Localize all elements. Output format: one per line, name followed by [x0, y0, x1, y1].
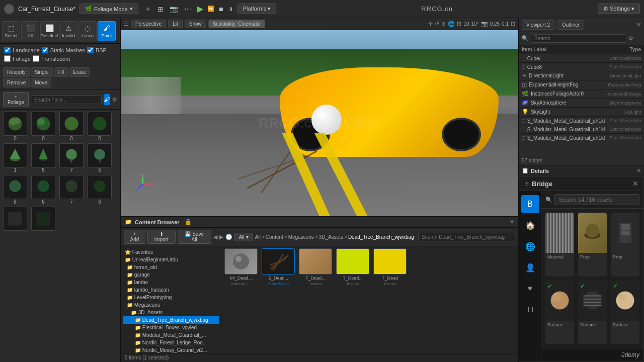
maximize-icon[interactable]: ⊡: [511, 21, 515, 27]
all-tool-button[interactable]: ⬛ All: [21, 21, 39, 41]
translucent-checkbox[interactable]: [33, 55, 39, 62]
fill-button[interactable]: Fill: [54, 67, 68, 77]
breadcrumb-3d-assets[interactable]: 3D_Assets: [319, 234, 343, 240]
pause-button[interactable]: ⏸: [228, 6, 233, 12]
add-foliage-button[interactable]: + Foliage: [3, 92, 29, 107]
ol-item-guardrail2[interactable]: □ S_Modular_Metal_Guardrail_uh1kl Static…: [519, 125, 644, 134]
ol-item-guardrail1[interactable]: □ S_Modular_Metal_Guardrail_uh1kl Static…: [519, 117, 644, 125]
tree-lambo[interactable]: 📁 lambo: [123, 279, 219, 286]
remove-button[interactable]: Remove: [3, 78, 30, 87]
invalid-tool-button[interactable]: ⚠ Invalid: [59, 21, 77, 41]
bridge-home-icon[interactable]: B: [521, 195, 539, 213]
breadcrumb-dead-tree[interactable]: Dead_Tree_Branch_wjwxbag: [348, 234, 414, 240]
scale-gizmo-icon[interactable]: ⊕: [441, 21, 446, 27]
tree-lambo-huracan[interactable]: 📁 lambo_huracan: [123, 286, 219, 294]
ol-item-guardrail3[interactable]: □ S_Modular_Metal_Guardrail_uh1kl Static…: [519, 134, 644, 142]
grid-icon[interactable]: ⊞: [155, 4, 166, 14]
outliner-filter-icon[interactable]: ⚙: [628, 35, 633, 42]
foliage-item[interactable]: [30, 207, 56, 231]
tree-unreal-beginner[interactable]: 📁 UnrealBeginnerUrdu: [123, 256, 219, 263]
bridge-asset-6[interactable]: ✓ Surface: [611, 281, 639, 344]
tree-3d-assets[interactable]: 📁 3D_Assets: [123, 309, 219, 316]
cb-history-fwd-icon[interactable]: ▶: [219, 234, 223, 240]
outliner-search-input[interactable]: [531, 34, 626, 43]
foliage-item[interactable]: 0: [87, 112, 113, 141]
foliage-item[interactable]: 7: [58, 143, 85, 173]
translucent-check[interactable]: Translucent: [33, 55, 70, 62]
tree-electrical[interactable]: 📁 Electrical_Boxes_vgyied...: [123, 324, 219, 331]
bridge-asset-2[interactable]: Prop: [578, 213, 607, 277]
ol-item-cube[interactable]: □ Cube/ StaticMeshActo: [519, 54, 644, 63]
cb-history-icon[interactable]: 🕐: [225, 234, 232, 240]
bridge-asset-5[interactable]: ✓ Surface: [578, 281, 607, 344]
tree-garage[interactable]: 📁 garage: [123, 271, 219, 279]
move-gizmo-icon[interactable]: ✛: [428, 21, 433, 27]
foliage-item[interactable]: 7: [58, 175, 85, 205]
tree-dead-tree[interactable]: 📁 Dead_Tree_Branch_wjwxbag: [123, 316, 219, 324]
breadcrumb-megascans[interactable]: Megascans: [288, 234, 314, 240]
perspective-menu-icon[interactable]: ☰: [124, 21, 129, 27]
camera-icon2[interactable]: 📷: [481, 21, 488, 27]
grid-snap-icon[interactable]: ⊞: [457, 21, 461, 27]
static-meshes-check[interactable]: Static Meshes: [42, 47, 85, 53]
landscape-check[interactable]: Landscape: [4, 47, 40, 53]
bridge-close-button[interactable]: ✕: [632, 179, 638, 188]
reapply-button[interactable]: Reapply: [3, 67, 30, 77]
foliage-brush-button[interactable]: 🖌: [104, 94, 110, 105]
foliage-mode-button[interactable]: 🌿 Foliage Mode ▾: [79, 4, 138, 14]
project-name[interactable]: Car_Forrest_Course*: [18, 6, 75, 13]
bridge-search-input[interactable]: [554, 194, 639, 205]
tree-favorites[interactable]: ⭐ Favorites: [123, 248, 219, 256]
rp-close-icon[interactable]: ✕: [636, 22, 641, 28]
tree-megascans[interactable]: 📁 Megascans: [123, 301, 219, 309]
rotate-gizmo-icon[interactable]: ↺: [435, 21, 439, 27]
foliage-checkbox[interactable]: [4, 55, 11, 62]
cb-add-button[interactable]: + Add: [124, 230, 145, 244]
asset-item-t-dead-2[interactable]: T_Dead... Texture: [335, 248, 370, 286]
ol-item-directional[interactable]: ☀ DirectionalLight DirectionalLight: [519, 71, 644, 80]
asset-item-s-dead[interactable]: S_Dead... Static Mesh: [261, 248, 296, 286]
cb-lock-icon[interactable]: 🔒: [185, 219, 192, 225]
tree-modular-metal[interactable]: 📁 Modular_Metal_Guardrail_...: [123, 331, 219, 339]
foliage-item[interactable]: 0: [58, 112, 85, 141]
foliage-item[interactable]: 5: [87, 143, 113, 173]
more-icon[interactable]: ⋯: [182, 4, 193, 14]
skip-button[interactable]: ⏩: [207, 6, 214, 12]
cb-search-input[interactable]: [418, 233, 515, 241]
perspective-button[interactable]: Perspective: [131, 20, 166, 28]
foliage-search-input[interactable]: [31, 96, 102, 104]
breadcrumb-content[interactable]: Content: [266, 234, 283, 240]
foliage-settings-icon[interactable]: ⚙: [112, 97, 117, 103]
cb-import-button[interactable]: ⬆ Import: [147, 230, 176, 244]
ol-item-sky-atm[interactable]: 🌌 SkyAtmosphere SkyAtmosphere: [519, 99, 644, 108]
bsp-check[interactable]: BSP: [87, 47, 107, 53]
add-icon[interactable]: ＋: [142, 4, 153, 15]
viewport2-tab[interactable]: Viewport 2: [522, 20, 554, 30]
foliage-item[interactable]: 1: [2, 143, 28, 173]
tree-nordic-mossy[interactable]: 📁 Nordic_Mossy_Ground_vi2...: [123, 346, 219, 353]
ol-item-instanced-foliage[interactable]: 🌿 InstancedFoliageActor0 InstancedFoliag…: [519, 89, 644, 99]
ol-item-exp-height[interactable]: ◫ ExponentialHeightFog ExponentialHeig: [519, 80, 644, 89]
foliage-item[interactable]: 8: [2, 175, 28, 205]
bsp-checkbox[interactable]: [87, 47, 94, 53]
show-button[interactable]: Show: [185, 20, 206, 28]
bridge-asset-4[interactable]: ✓ Surface: [545, 281, 574, 344]
cb-save-all-button[interactable]: 💾 Save All: [178, 230, 211, 244]
landscape-checkbox[interactable]: [4, 47, 11, 53]
asset-item-t-dead-3[interactable]: T_Dead Texture: [372, 248, 408, 286]
asset-item-mi-dead[interactable]: Mi_Dead... Material_i...: [223, 248, 259, 286]
platforms-button[interactable]: Platforms ▾: [237, 4, 277, 14]
bridge-search-icon[interactable]: 🏠: [521, 216, 539, 234]
deselect-tool-button[interactable]: ⬜ Deselect: [40, 21, 58, 41]
bridge-user-icon[interactable]: 👤: [521, 258, 539, 277]
outliner-tab[interactable]: Outliner: [557, 20, 584, 30]
outliner-options-icon[interactable]: ⋯: [635, 35, 641, 42]
tree-level-proto[interactable]: 📁 LevelPrototyping: [123, 294, 219, 301]
paint-tool-button[interactable]: 🖌 Paint: [98, 21, 116, 41]
foliage-item[interactable]: 5: [30, 143, 56, 173]
scalability-button[interactable]: Scalability: Cinematic: [208, 20, 265, 28]
foliage-item[interactable]: 0: [2, 112, 28, 141]
camera-icon[interactable]: 📷: [168, 4, 180, 14]
single-button[interactable]: Single: [31, 67, 53, 77]
move-button[interactable]: Move: [31, 78, 51, 87]
